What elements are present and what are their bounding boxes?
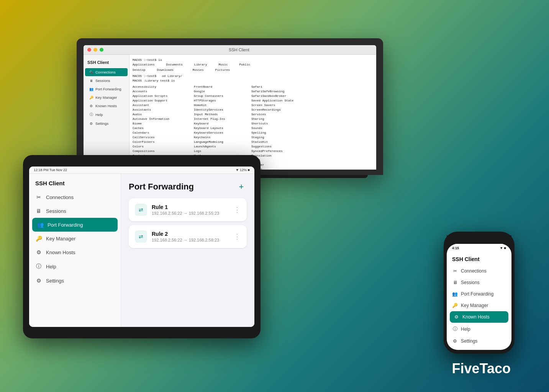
settings-icon: ⚙ [35, 278, 42, 284]
knownhosts-icon: ⚙ [35, 249, 42, 255]
terminal-line-2: MACOS :~test$ od Library/ [133, 74, 373, 78]
iphone-keymanager-label: Key Manager [461, 303, 488, 308]
sessions-icon: 🖥 [35, 208, 42, 214]
mac-nav-keymanager[interactable]: 🔑 Key Manager [85, 93, 128, 101]
ipad-frame: 12:18 PM Tue Nov 22 ▼ 12% ■ SSH Client ✂… [23, 155, 261, 338]
iphone-nav-sessions[interactable]: 🖥 Sessions [447, 277, 511, 288]
mac-portforwarding-label: Port Forwarding [95, 87, 121, 91]
close-button-icon[interactable] [87, 48, 91, 52]
ipad-status-time: 12:18 PM Tue Nov 22 [34, 168, 67, 172]
iphone-nav-keymanager[interactable]: 🔑 Key Manager [447, 300, 511, 311]
ipad-main-content: Port Forwarding + ⇄ Rule 1 192.168.2.56:… [121, 174, 254, 327]
fivetaco-logo: FiveTaco [452, 361, 511, 377]
iphone-screen: 4:15 ▼ ■ SSH Client ✂ Connections 🖥 Sess… [447, 244, 511, 350]
minimize-button-icon[interactable] [93, 48, 97, 52]
terminal-line-1: MACOS :~test$ ls [133, 58, 373, 62]
ipad-app: SSH Client ✂ Connections 🖥 Sessions 👥 Po… [29, 174, 254, 327]
ipad-sidebar: SSH Client ✂ Connections 🖥 Sessions 👥 Po… [29, 174, 121, 327]
rule-1-name: Rule 1 [152, 204, 229, 210]
mac-settings-label: Settings [95, 121, 108, 126]
ipad-nav-portforwarding[interactable]: 👥 Port Forwarding [32, 218, 118, 232]
mac-nav-sessions[interactable]: 🖥 Sessions [85, 77, 128, 85]
iphone-nav-connections[interactable]: ✂ Connections [447, 265, 511, 277]
mac-nav-help[interactable]: ⓘ Help [85, 110, 128, 119]
ipad-nav-sessions[interactable]: 🖥 Sessions [29, 204, 121, 218]
sessions-icon: 🖥 [452, 280, 458, 285]
iphone-nav-portforwarding[interactable]: 👥 Port Forwarding [447, 288, 511, 300]
ipad-device: 12:18 PM Tue Nov 22 ▼ 12% ■ SSH Client ✂… [23, 155, 261, 338]
iphone-app: SSH Client ✂ Connections 🖥 Sessions 👥 Po… [447, 252, 511, 350]
iphone-nav-knownhosts[interactable]: ⚙ Known Hosts [450, 311, 508, 323]
rule-1-menu-icon[interactable]: ⋮ [234, 206, 241, 214]
iphone-connections-label: Connections [461, 268, 487, 274]
rule-card-2: ⇄ Rule 2 192.168.2.56:22 → 192.168.2.58:… [129, 225, 247, 248]
help-icon: ⓘ [89, 112, 93, 117]
keymanager-icon: 🔑 [35, 235, 42, 242]
terminal-col-4: Music [218, 62, 228, 67]
brand-taco: Taco [480, 361, 511, 376]
ipad-page-title: Port Forwarding [129, 182, 194, 192]
window-title: SSH Client [106, 47, 372, 52]
brand-name: FiveTaco [452, 361, 511, 377]
terminal-col-5: Public [239, 62, 250, 67]
connections-icon: ✂ [452, 268, 458, 274]
terminal-col-2: Documents [166, 62, 183, 67]
ipad-status-bar: 12:18 PM Tue Nov 22 ▼ 12% ■ [29, 167, 254, 174]
iphone-settings-label: Settings [461, 338, 477, 344]
mac-terminal-content: MACOS :~test$ ls Applications Documents … [129, 55, 376, 170]
ipad-sessions-label: Sessions [46, 208, 66, 214]
mac-sessions-label: Sessions [95, 78, 110, 83]
rule-1-address: 192.168.2.56:22 → 192.168.2.55:23 [152, 211, 229, 216]
rule-2-info: Rule 2 192.168.2.56:22 → 192.168.2.58:23 [152, 231, 229, 242]
iphone-status-icons: ▼ ■ [500, 246, 506, 250]
mac-sidebar: SSH Client 🔌 Connections 🖥 Sessions 👥 Po… [84, 55, 129, 170]
mac-keymanager-label: Key Manager [95, 95, 117, 100]
iphone-nav-settings[interactable]: ⚙ Settings [447, 335, 511, 347]
mac-app-title: SSH Client [84, 59, 129, 68]
macbook-app: SSH Client 🔌 Connections 🖥 Sessions 👥 Po… [84, 55, 376, 170]
iphone-knownhosts-label: Known Hosts [462, 314, 490, 320]
ipad-nav-help[interactable]: ⓘ Help [29, 259, 121, 274]
sessions-icon: 🖥 [89, 79, 93, 83]
ipad-screen: 12:18 PM Tue Nov 22 ▼ 12% ■ SSH Client ✂… [29, 167, 254, 327]
rule-1-info: Rule 1 192.168.2.56:22 → 192.168.2.55:23 [152, 204, 229, 216]
ipad-app-title: SSH Client [29, 178, 121, 190]
settings-icon: ⚙ [452, 338, 458, 344]
rule-2-name: Rule 2 [152, 231, 229, 237]
connections-icon: ✂ [35, 194, 42, 200]
iphone-notch [464, 236, 495, 242]
settings-icon: ⚙ [89, 122, 93, 126]
ipad-connections-label: Connections [46, 194, 74, 200]
ipad-nav-keymanager[interactable]: 🔑 Key Manager [29, 232, 121, 245]
iphone-status-bar: 4:15 ▼ ■ [447, 244, 511, 252]
brand-five: Five [452, 361, 480, 376]
mac-nav-portforwarding[interactable]: 👥 Port Forwarding [85, 85, 128, 93]
ipad-nav-knownhosts[interactable]: ⚙ Known Hosts [29, 245, 121, 259]
terminal-col-7: Downloads [157, 68, 174, 72]
iphone-portforwarding-label: Port Forwarding [461, 291, 493, 297]
iphone-nav-help[interactable]: ⓘ Help [447, 323, 511, 335]
ipad-nav-settings[interactable]: ⚙ Settings [29, 274, 121, 287]
ipad-nav-connections[interactable]: ✂ Connections [29, 190, 121, 204]
mac-nav-connections[interactable]: 🔌 Connections [85, 68, 128, 76]
terminal-col-8: Movies [193, 68, 204, 72]
rule-2-menu-icon[interactable]: ⋮ [234, 232, 241, 241]
mac-nav-knownhosts[interactable]: ⚙ Known Hosts [85, 102, 128, 110]
ipad-portforwarding-label: Port Forwarding [48, 222, 83, 228]
rule-card-1: ⇄ Rule 1 192.168.2.56:22 → 192.168.2.55:… [129, 198, 247, 221]
iphone-battery-icon: ▼ ■ [500, 246, 506, 250]
portforwarding-icon: 👥 [89, 87, 93, 91]
help-icon: ⓘ [35, 263, 42, 270]
mac-nav-settings[interactable]: ⚙ Settings [85, 119, 128, 127]
maximize-button-icon[interactable] [100, 48, 103, 52]
terminal-col-1: Applications [133, 62, 155, 67]
mac-knownhosts-label: Known Hosts [95, 104, 117, 108]
terminal-line-3: MACOS :Library test$ ls [133, 78, 373, 83]
keymanager-icon: 🔑 [89, 96, 93, 100]
add-rule-button[interactable]: + [236, 181, 247, 192]
help-icon: ⓘ [452, 326, 458, 332]
iphone-sessions-label: Sessions [461, 280, 480, 285]
macbook-titlebar: SSH Client [84, 45, 376, 55]
keymanager-icon: 🔑 [452, 303, 458, 308]
mac-connections-label: Connections [95, 70, 116, 74]
